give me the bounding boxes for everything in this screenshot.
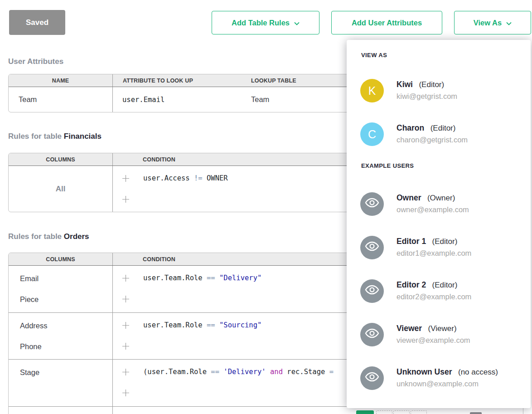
user-role: (Editor) [432, 237, 458, 246]
eye-icon [364, 239, 380, 257]
rule-columns-cell[interactable]: Stage [9, 360, 112, 406]
rule-columns-cell [9, 407, 112, 414]
view-as-user-kiwi[interactable]: K Kiwi (Editor) kiwi@getgrist.com [360, 79, 457, 102]
user-role: (Editor) [419, 80, 444, 89]
user-name: Editor 1 [397, 237, 426, 246]
avatar [360, 192, 384, 216]
view-as-user-owner[interactable]: Owner (Owner) owner@example.com [360, 192, 469, 216]
permission-toggle-unset[interactable] [411, 410, 427, 414]
add-table-rules-label: Add Table Rules [232, 19, 290, 27]
eye-icon [364, 282, 380, 300]
user-role: (Editor) [430, 124, 456, 132]
row-handle-icon[interactable] [470, 412, 482, 414]
add-rule-icon[interactable] [122, 389, 130, 397]
column-chip: Piece [20, 295, 112, 304]
financials-rules-heading: Rules for table Financials [8, 132, 102, 141]
column-chip: Stage [20, 368, 112, 377]
add-user-attributes-button[interactable]: Add User Attributes [331, 11, 442, 34]
view-as-user-charon[interactable]: C Charon (Editor) charon@getgrist.com [360, 122, 468, 146]
condition-formula[interactable]: user.Team.Role == "Delivery" [143, 274, 261, 282]
avatar [360, 279, 384, 303]
user-role: (no access) [458, 368, 498, 376]
avatar [360, 236, 384, 259]
chevron-down-icon [506, 19, 512, 27]
user-info: Unknown User (no access) unknown@example… [397, 366, 498, 388]
view-as-label: View As [474, 19, 502, 27]
column-chip: Phone [20, 342, 112, 351]
eye-icon [364, 195, 380, 213]
view-as-menu-title: VIEW AS [361, 52, 387, 58]
user-name: Unknown User [397, 367, 452, 376]
view-as-user-editor2[interactable]: Editor 2 (Editor) editor2@example.com [360, 279, 471, 303]
eye-icon [364, 326, 380, 344]
column-header-name: NAME [9, 74, 112, 87]
table-name: Financials [64, 132, 102, 141]
user-role: (Owner) [427, 194, 455, 202]
user-info: Editor 2 (Editor) editor2@example.com [397, 279, 471, 301]
user-name: Viewer [397, 324, 422, 333]
user-email: unknown@example.com [397, 380, 498, 388]
add-rule-icon[interactable] [122, 368, 130, 376]
view-as-user-unknown[interactable]: Unknown User (no access) unknown@example… [360, 366, 498, 390]
add-rule-icon[interactable] [122, 342, 130, 350]
condition-formula[interactable]: user.Team.Role == "Sourcing" [143, 321, 261, 329]
view-as-dropdown: VIEW AS K Kiwi (Editor) kiwi@getgrist.co… [347, 40, 531, 408]
add-rule-icon[interactable] [122, 195, 130, 203]
user-email: kiwi@getgrist.com [397, 92, 457, 101]
orders-rules-heading: Rules for table Orders [8, 232, 89, 241]
column-header-columns: COLUMNS [9, 253, 112, 265]
rule-columns-cell[interactable]: Email Piece [9, 266, 112, 312]
chevron-down-icon [294, 19, 300, 27]
heading-prefix: Rules for table [8, 132, 62, 141]
user-email: charon@getgrist.com [397, 136, 468, 144]
avatar [360, 323, 384, 346]
avatar: C [360, 122, 384, 146]
user-email: editor1@example.com [397, 249, 471, 258]
view-as-user-viewer[interactable]: Viewer (Viewer) viewer@example.com [360, 323, 470, 346]
user-info: Charon (Editor) charon@getgrist.com [397, 122, 468, 144]
user-name: Kiwi [397, 80, 413, 89]
rule-columns-cell[interactable]: Address Phone [9, 313, 112, 359]
access-rules-page: Saved Add Table Rules Add User Attribute… [0, 0, 532, 414]
view-as-user-editor1[interactable]: Editor 1 (Editor) editor1@example.com [360, 236, 471, 259]
add-rule-icon[interactable] [122, 321, 130, 329]
column-chip: Email [20, 274, 112, 283]
eye-icon [364, 369, 380, 387]
user-email: editor2@example.com [397, 292, 471, 301]
user-info: Kiwi (Editor) kiwi@getgrist.com [397, 79, 457, 101]
rule-columns-cell[interactable]: All [9, 166, 112, 212]
avatar-letter: K [368, 84, 376, 97]
column-header-attribute: ATTRIBUTE TO LOOK UP [112, 74, 245, 87]
table-name: Orders [64, 232, 89, 241]
attribute-name-cell[interactable]: Team [9, 87, 112, 112]
avatar-letter: C [368, 128, 376, 141]
condition-formula[interactable]: user.Access != OWNER [143, 174, 228, 182]
avatar: K [360, 79, 384, 102]
condition-formula[interactable]: (user.Team.Role == 'Delivery' and rec.St… [143, 368, 334, 376]
column-chip: Address [20, 321, 112, 330]
add-table-rules-button[interactable]: Add Table Rules [212, 11, 319, 34]
column-header-columns: COLUMNS [9, 153, 112, 166]
user-role: (Viewer) [428, 324, 457, 333]
example-users-label: EXAMPLE USERS [361, 162, 414, 169]
avatar [360, 366, 384, 390]
user-name: Editor 2 [397, 280, 426, 289]
add-user-attributes-label: Add User Attributes [352, 19, 422, 27]
user-email: viewer@example.com [397, 336, 470, 345]
permission-toggle-allow[interactable] [356, 410, 374, 414]
permission-toggle-unset[interactable] [393, 410, 410, 414]
add-rule-icon[interactable] [122, 295, 130, 303]
add-rule-icon[interactable] [122, 274, 130, 282]
user-name: Owner [397, 193, 421, 202]
heading-prefix: Rules for table [8, 232, 62, 241]
user-name: Charon [397, 123, 424, 132]
saved-button[interactable]: Saved [9, 10, 65, 35]
attribute-lookup-cell[interactable]: user.Email [112, 87, 245, 112]
user-attributes-heading: User Attributes [8, 57, 63, 66]
view-as-button[interactable]: View As [454, 11, 531, 34]
user-info: Owner (Owner) owner@example.com [397, 192, 469, 214]
add-rule-icon[interactable] [122, 175, 130, 182]
user-info: Editor 1 (Editor) editor1@example.com [397, 236, 471, 258]
user-email: owner@example.com [397, 205, 469, 214]
permission-toggle-unset[interactable] [376, 410, 392, 414]
